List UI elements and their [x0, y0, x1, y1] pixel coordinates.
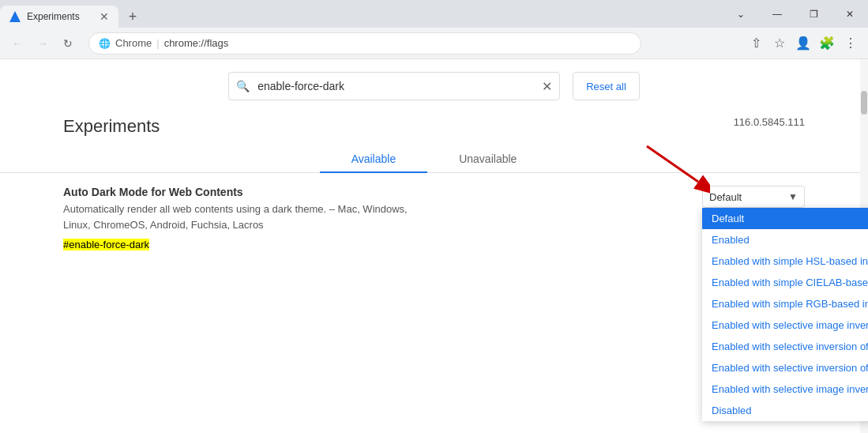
tabs-container: Available Unavailable	[0, 146, 868, 173]
address-divider: |	[156, 37, 159, 49]
option-label: Enabled with simple HSL-based inversion	[712, 255, 868, 267]
close-button[interactable]: ✕	[832, 2, 868, 27]
address-text: chrome://flags	[164, 37, 229, 49]
dropdown-button[interactable]: Default ▼	[702, 186, 805, 208]
extension-button[interactable]: 🧩	[816, 32, 838, 55]
search-clear-button[interactable]: ✕	[542, 79, 552, 94]
scrollbar-thumb	[861, 91, 867, 115]
flag-description: Automatically render all web contents us…	[63, 201, 426, 232]
restore-icon: ❐	[810, 9, 818, 20]
flag-item: Auto Dark Mode for Web Contents Automati…	[0, 173, 868, 264]
reset-all-label: Reset all	[586, 81, 626, 92]
dropdown-option-hsl[interactable]: Enabled with simple HSL-based inversion	[702, 250, 868, 272]
dropdown-option-non-image[interactable]: Enabled with selective inversion of non-…	[702, 336, 868, 357]
titlebar: Experiments ✕ + ⌄ — ❐ ✕	[0, 0, 868, 28]
search-input[interactable]	[228, 72, 560, 100]
minimize-button[interactable]: —	[759, 2, 795, 27]
toolbar: ← → ↻ 🌐 Chrome | chrome://flags ⇧ ☆ 👤 🧩 …	[0, 28, 868, 59]
chevron-icon: ⌄	[737, 9, 745, 20]
dropdown-value: Default	[709, 191, 742, 203]
dropdown-option-transparency[interactable]: Enabled with selective image inversion b…	[702, 378, 868, 400]
bookmark-icon: ☆	[774, 36, 785, 51]
option-label: Disabled	[712, 405, 752, 416]
dropdown-wrapper: Default ▼ Default Enabled Enabled with s…	[702, 186, 805, 208]
back-button[interactable]: ←	[6, 32, 28, 55]
version-text: 116.0.5845.111	[734, 116, 805, 128]
option-label: Enabled	[712, 234, 750, 246]
flag-id: #enable-force-dark	[63, 239, 149, 250]
option-label: Enabled with simple RGB-based inversion	[712, 298, 868, 310]
chrome-label: Chrome	[115, 37, 152, 49]
option-label: Enabled with selective image inversion	[712, 319, 868, 331]
search-wrapper: 🔍 ✕	[228, 72, 560, 100]
site-info-icon: 🌐	[99, 38, 111, 49]
chevron-button[interactable]: ⌄	[723, 2, 759, 27]
search-icon: 🔍	[236, 80, 250, 92]
puzzle-icon: 🧩	[819, 36, 835, 51]
option-label: Enabled with selective inversion of ever…	[712, 362, 868, 374]
experiments-header: Experiments 116.0.5845.111	[0, 110, 868, 137]
new-tab-icon: +	[129, 9, 137, 25]
refresh-icon: ↻	[63, 37, 73, 50]
minimize-icon: —	[772, 9, 782, 20]
refresh-button[interactable]: ↻	[57, 32, 79, 55]
address-bar[interactable]: 🌐 Chrome | chrome://flags	[88, 32, 641, 55]
share-button[interactable]: ⇧	[745, 32, 767, 55]
dropdown-option-enabled[interactable]: Enabled	[702, 229, 868, 250]
option-label: Enabled with selective inversion of non-…	[712, 341, 868, 352]
tab-strip: Experiments ✕ +	[0, 0, 144, 28]
profile-button[interactable]: 👤	[792, 32, 814, 55]
option-label: Enabled with simple CIELAB-based inversi…	[712, 277, 868, 288]
dropdown-option-disabled[interactable]: Disabled	[702, 400, 868, 421]
page-content: 🔍 ✕ Reset all Experiments 116.0.5845.111…	[0, 59, 868, 433]
menu-icon: ⋮	[844, 36, 857, 51]
menu-button[interactable]: ⋮	[840, 32, 862, 55]
window-controls: ⌄ — ❐ ✕	[723, 0, 868, 28]
forward-arrow-icon: →	[37, 37, 48, 50]
active-tab[interactable]: Experiments ✕	[0, 6, 118, 28]
option-label: Default	[712, 213, 744, 224]
tab-label: Experiments	[27, 11, 80, 22]
dropdown-arrow-icon: ▼	[788, 191, 798, 202]
new-tab-button[interactable]: +	[122, 6, 144, 28]
dropdown-option-selective-image[interactable]: Enabled with selective image inversion	[702, 314, 868, 336]
dropdown-option-cielab[interactable]: Enabled with simple CIELAB-based inversi…	[702, 272, 868, 293]
flag-name: Auto Dark Mode for Web Contents	[63, 186, 426, 198]
tab-unavailable[interactable]: Unavailable	[427, 146, 548, 173]
bookmark-button[interactable]: ☆	[768, 32, 791, 55]
close-icon: ✕	[846, 9, 854, 20]
tab-available[interactable]: Available	[320, 146, 428, 173]
reset-all-button[interactable]: Reset all	[573, 72, 640, 100]
dropdown-option-rgb[interactable]: Enabled with simple RGB-based inversion	[702, 293, 868, 314]
back-arrow-icon: ←	[12, 37, 23, 50]
profile-icon: 👤	[795, 36, 811, 51]
tab-close-button[interactable]: ✕	[100, 10, 109, 23]
dropdown-option-default[interactable]: Default	[702, 208, 868, 229]
dropdown-option-everything[interactable]: Enabled with selective inversion of ever…	[702, 357, 868, 378]
dropdown-menu: Default Enabled Enabled with simple HSL-…	[702, 208, 868, 421]
tab-available-label: Available	[351, 152, 396, 165]
share-icon: ⇧	[751, 36, 761, 51]
toolbar-right: ⇧ ☆ 👤 🧩 ⋮	[745, 32, 862, 55]
forward-button[interactable]: →	[32, 32, 54, 55]
tab-unavailable-label: Unavailable	[459, 152, 517, 165]
restore-button[interactable]: ❐	[795, 2, 832, 27]
page-title: Experiments	[63, 116, 160, 137]
search-bar-container: 🔍 ✕ Reset all	[0, 59, 868, 110]
option-label: Enabled with selective image inversion b…	[712, 383, 868, 395]
flag-info: Auto Dark Mode for Web Contents Automati…	[63, 186, 426, 251]
tab-favicon	[9, 11, 21, 22]
